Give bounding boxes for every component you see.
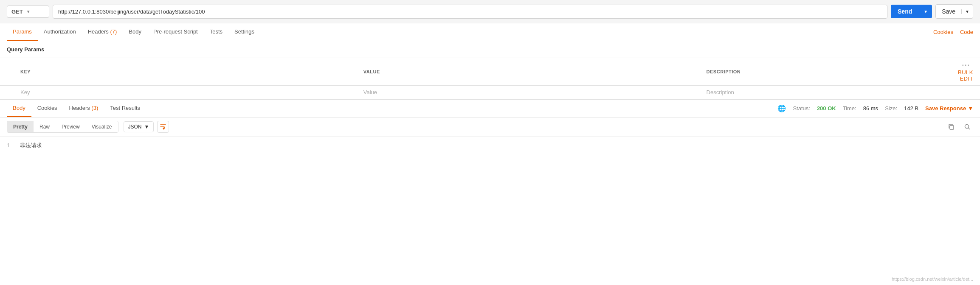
query-params-section: Query Params <box>0 41 980 58</box>
more-options-icon[interactable]: ··· <box>962 61 970 69</box>
col-value-header: VALUE <box>357 58 700 86</box>
send-label: Send <box>891 8 919 15</box>
send-chevron-icon: ▼ <box>919 9 932 14</box>
row-actions <box>946 86 980 99</box>
json-type-select[interactable]: JSON ▼ <box>124 121 154 132</box>
col-check-header <box>0 58 14 86</box>
search-icon[interactable] <box>961 121 973 133</box>
params-table: KEY VALUE DESCRIPTION ··· Bulk Edit Key … <box>0 58 980 99</box>
response-content: 非法请求 <box>20 142 42 148</box>
copy-icon[interactable] <box>945 121 957 133</box>
method-select[interactable]: GET ▼ <box>7 6 49 18</box>
code-link[interactable]: Code <box>960 29 973 35</box>
size-value: 142 B <box>904 105 918 112</box>
request-tabs-bar: Params Authorization Headers (7) Body Pr… <box>0 23 980 41</box>
tab-headers[interactable]: Headers (7) <box>82 23 123 41</box>
tab-tests[interactable]: Tests <box>204 23 228 41</box>
json-label: JSON <box>128 124 142 130</box>
response-right-icons <box>945 121 973 133</box>
format-tab-preview[interactable]: Preview <box>56 121 86 132</box>
response-tabs-bar: Body Cookies Headers (3) Test Results 🌐 … <box>0 99 980 117</box>
globe-icon: 🌐 <box>777 104 786 112</box>
tab-authorization[interactable]: Authorization <box>38 23 82 41</box>
save-response-button[interactable]: Save Response ▼ <box>925 105 973 112</box>
tab-prerequest[interactable]: Pre-request Script <box>147 23 204 41</box>
format-tab-visualize[interactable]: Visualize <box>86 121 118 132</box>
response-tab-body[interactable]: Body <box>7 100 31 117</box>
format-tab-raw[interactable]: Raw <box>34 121 56 132</box>
row-value[interactable]: Value <box>357 86 700 99</box>
col-key-header: KEY <box>14 58 357 86</box>
bottom-note: https://blog.csdn.net/weixin/article/det… <box>892 277 973 282</box>
status-value: 200 OK <box>817 105 836 112</box>
col-actions-header: ··· Bulk Edit <box>946 58 980 86</box>
response-tab-headers[interactable]: Headers (3) <box>63 100 104 117</box>
wrap-lines-icon[interactable] <box>157 121 169 133</box>
row-key[interactable]: Key <box>14 86 357 99</box>
svg-rect-0 <box>950 126 954 129</box>
save-button[interactable]: Save ▼ <box>935 4 973 19</box>
bulk-edit-link[interactable]: Bulk Edit <box>958 69 973 82</box>
method-chevron: ▼ <box>26 9 31 14</box>
response-tab-cookies[interactable]: Cookies <box>31 100 63 117</box>
format-tabs: Pretty Raw Preview Visualize <box>7 121 118 133</box>
response-body: 1 非法请求 <box>0 137 980 154</box>
save-chevron-icon: ▼ <box>961 9 973 14</box>
save-response-label: Save Response <box>925 105 966 112</box>
method-label: GET <box>11 8 23 15</box>
response-tab-test-results[interactable]: Test Results <box>104 100 146 117</box>
tab-body[interactable]: Body <box>123 23 147 41</box>
format-tab-pretty[interactable]: Pretty <box>7 121 34 132</box>
row-description[interactable]: Description <box>700 86 946 99</box>
col-desc-header: DESCRIPTION <box>700 58 946 86</box>
time-value: 86 ms <box>863 105 878 112</box>
response-meta: 🌐 Status: 200 OK Time: 86 ms Size: 142 B… <box>777 104 973 112</box>
row-check <box>0 86 14 99</box>
send-button[interactable]: Send ▼ <box>891 5 932 18</box>
json-chevron-icon: ▼ <box>144 124 149 130</box>
size-label: Size: <box>885 105 897 112</box>
line-number: 1 <box>7 142 10 148</box>
response-format-bar: Pretty Raw Preview Visualize JSON ▼ <box>0 117 980 137</box>
url-input[interactable] <box>53 5 887 19</box>
cookies-link[interactable]: Cookies <box>933 29 953 35</box>
top-bar: GET ▼ Send ▼ Save ▼ <box>0 0 980 23</box>
status-label: Status: <box>793 105 810 112</box>
tab-params[interactable]: Params <box>7 23 38 41</box>
tab-settings[interactable]: Settings <box>228 23 260 41</box>
save-response-chevron-icon: ▼ <box>968 105 973 112</box>
save-label: Save <box>936 8 961 15</box>
time-label: Time: <box>843 105 856 112</box>
query-params-title: Query Params <box>7 46 44 53</box>
table-row: Key Value Description <box>0 86 980 99</box>
request-tabs-right: Cookies Code <box>933 29 973 35</box>
